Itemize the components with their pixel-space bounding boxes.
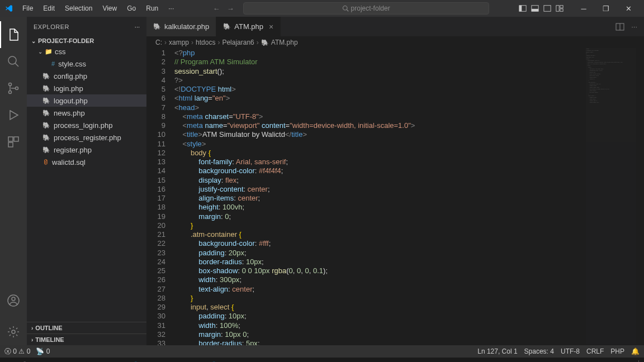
status-ports[interactable]: 📡 0 xyxy=(36,347,50,355)
svg-line-1 xyxy=(347,9,348,11)
file-config-php[interactable]: 🐘config.php xyxy=(27,70,146,82)
app-icon[interactable]: ▦ xyxy=(96,358,112,362)
folder-css[interactable]: ⌄ 📁 css xyxy=(27,45,146,58)
timeline-section[interactable]: › TIMELINE xyxy=(27,334,146,345)
outline-section[interactable]: › OUTLINE xyxy=(27,322,146,334)
activity-source-control[interactable] xyxy=(0,75,27,102)
svg-rect-6 xyxy=(544,6,551,12)
activity-search[interactable] xyxy=(0,48,27,75)
svg-rect-17 xyxy=(8,142,13,147)
status-encoding[interactable]: UTF-8 xyxy=(561,347,580,355)
file-logout-php[interactable]: 🐘logout.php xyxy=(27,94,146,107)
css-file-icon: # xyxy=(51,60,55,67)
code-editor[interactable]: 1234567891011121314151617181920212223242… xyxy=(146,49,644,345)
minimap[interactable]: <?php// Program ATM Simulatorsession_sta… xyxy=(586,48,636,344)
search-button[interactable]: 🔍 xyxy=(18,358,34,362)
breadcrumb-segment[interactable]: Pelajaran6 xyxy=(222,39,254,46)
search-icon xyxy=(342,5,349,12)
activity-run-debug[interactable] xyxy=(0,102,27,128)
edge-icon[interactable]: e xyxy=(65,358,80,362)
layout-customize-icon[interactable] xyxy=(556,4,564,12)
obs-icon[interactable]: ⬤ xyxy=(190,358,206,362)
sql-file-icon: 🛢 xyxy=(42,159,49,165)
php-file-icon: 🐘 xyxy=(42,146,50,154)
title-bar: FileEditSelectionViewGoRun··· ← → projec… xyxy=(0,0,644,17)
breadcrumb-segment[interactable]: ATM.php xyxy=(271,39,298,46)
activity-extensions[interactable] xyxy=(0,128,27,155)
php-file-icon: 🐘 xyxy=(42,109,50,117)
word-icon[interactable]: W xyxy=(143,358,159,362)
status-lncol[interactable]: Ln 127, Col 1 xyxy=(477,347,517,355)
editor-area: 🐘kalkulator.php🐘ATM.php× ··· C:›xampp›ht… xyxy=(146,17,644,345)
file-explorer-icon[interactable]: 📁 xyxy=(49,358,65,362)
folder-icon: 📁 xyxy=(45,48,53,55)
more-actions-icon[interactable]: ··· xyxy=(631,22,637,31)
menu-go[interactable]: Go xyxy=(122,2,140,15)
svg-rect-7 xyxy=(556,6,559,12)
close-button[interactable]: ✕ xyxy=(617,0,640,17)
breadcrumb[interactable]: C:›xampp›htdocs›Pelajaran6›🐘 ATM.php xyxy=(146,36,644,49)
php-file-icon: 🐘 xyxy=(42,134,50,141)
status-spaces[interactable]: Spaces: 4 xyxy=(524,347,554,355)
php-file-icon: 🐘 xyxy=(223,23,231,30)
menu-run[interactable]: Run xyxy=(141,2,163,15)
tab-ATM-php[interactable]: 🐘ATM.php× xyxy=(216,17,281,36)
minimize-button[interactable]: ─ xyxy=(572,0,595,17)
file-process_login-php[interactable]: 🐘process_login.php xyxy=(27,119,146,131)
status-notifications-icon[interactable]: 🔔 xyxy=(631,347,640,355)
whatsapp-icon[interactable]: ● xyxy=(112,358,127,362)
status-errors[interactable]: ⓧ 0 ⚠ 0 xyxy=(4,347,30,356)
chrome-icon-2[interactable]: 🌐 xyxy=(206,358,221,362)
layout-sidebar-right-icon[interactable] xyxy=(543,4,551,12)
php-file-icon: 🐘 xyxy=(42,73,50,80)
layout-sidebar-left-icon[interactable] xyxy=(519,4,527,12)
sidebar-more-icon[interactable]: ··· xyxy=(135,23,140,30)
file-style-css[interactable]: # style.css xyxy=(27,58,146,70)
activity-accounts[interactable] xyxy=(0,287,27,314)
svg-point-12 xyxy=(9,83,12,86)
status-language[interactable]: PHP xyxy=(610,347,624,355)
chevron-right-icon: › xyxy=(31,337,33,343)
menu-file[interactable]: File xyxy=(18,2,37,15)
windows-taskbar: ⊞ 🔍 ▭ 📁 e 🦊 ▦ ● 🌐 W P ◆ ⬤ 🌐 ^ 🔥 ◢ ▲ 🔊 📶 … xyxy=(0,358,644,362)
nav-back-icon[interactable]: ← xyxy=(213,4,220,13)
editor-tabs: 🐘kalkulator.php🐘ATM.php× ··· xyxy=(146,17,644,36)
powerpoint-icon[interactable]: P xyxy=(159,358,174,362)
main-menu: FileEditSelectionViewGoRun··· xyxy=(18,2,178,15)
status-eol[interactable]: CRLF xyxy=(586,347,604,355)
menu-···[interactable]: ··· xyxy=(164,2,178,15)
chevron-down-icon: ⌄ xyxy=(31,38,36,44)
chrome-icon[interactable]: 🌐 xyxy=(127,358,143,362)
vscode-taskbar-icon[interactable]: ◆ xyxy=(174,358,190,362)
project-folder-header[interactable]: ⌄ PROJECT-FOLDER xyxy=(27,36,146,45)
menu-selection[interactable]: Selection xyxy=(60,2,97,15)
file-register-php[interactable]: 🐘register.php xyxy=(27,144,146,156)
task-view-button[interactable]: ▭ xyxy=(34,358,49,362)
command-center[interactable]: project-folder xyxy=(243,2,489,15)
activity-explorer[interactable] xyxy=(0,21,27,48)
file-process_register-php[interactable]: 🐘process_register.php xyxy=(27,131,146,144)
tab-kalkulator-php[interactable]: 🐘kalkulator.php xyxy=(146,17,216,36)
file-walictd-sql[interactable]: 🛢walictd.sql xyxy=(27,156,146,168)
menu-edit[interactable]: Edit xyxy=(39,2,59,15)
menu-view[interactable]: View xyxy=(98,2,121,15)
svg-point-13 xyxy=(9,91,12,94)
start-button[interactable]: ⊞ xyxy=(2,358,18,362)
file-login-php[interactable]: 🐘login.php xyxy=(27,82,146,94)
activity-bar xyxy=(0,17,27,345)
breadcrumb-segment[interactable]: C: xyxy=(155,39,162,46)
firefox-icon[interactable]: 🦊 xyxy=(80,358,96,362)
sidebar: EXPLORER ··· ⌄ PROJECT-FOLDER ⌄ 📁 css # … xyxy=(27,17,146,345)
maximize-button[interactable]: ❐ xyxy=(595,0,617,17)
layout-panel-icon[interactable] xyxy=(531,4,539,12)
breadcrumb-segment[interactable]: xampp xyxy=(169,39,189,46)
activity-settings[interactable] xyxy=(0,318,27,345)
file-news-php[interactable]: 🐘news.php xyxy=(27,107,146,119)
svg-rect-9 xyxy=(560,9,563,11)
close-tab-icon[interactable]: × xyxy=(269,22,273,31)
nav-forward-icon[interactable]: → xyxy=(227,4,234,13)
php-file-icon: 🐘 xyxy=(42,97,50,104)
breadcrumb-segment[interactable]: htdocs xyxy=(196,39,215,46)
svg-point-0 xyxy=(343,6,347,11)
split-editor-icon[interactable] xyxy=(615,22,624,31)
